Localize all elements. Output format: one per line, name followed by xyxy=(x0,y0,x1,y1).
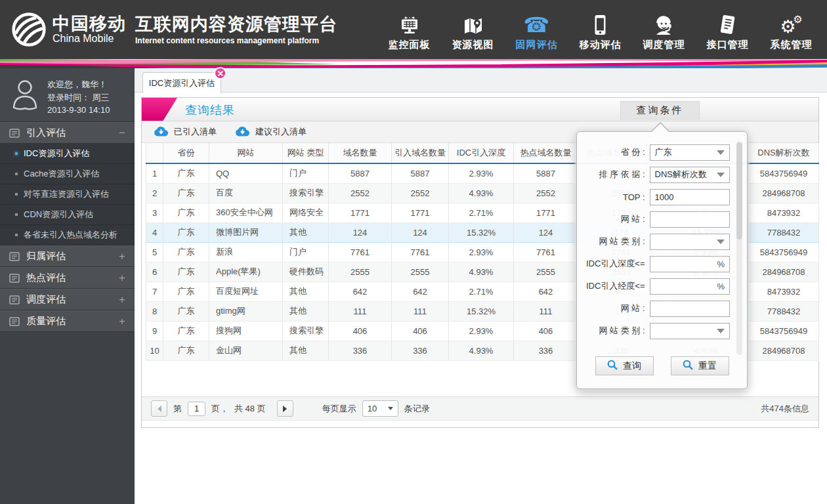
search-button-label: 查询 xyxy=(623,360,641,372)
website-type-select[interactable] xyxy=(650,234,730,250)
tab-idc-import-eval[interactable]: IDC资源引入评估 xyxy=(142,72,221,93)
brand: 中国移动 China Mobile 互联网内容资源管理平台 Internet c… xyxy=(11,11,337,48)
toolbar-button-suggested-list[interactable]: 建议引入清单 xyxy=(235,126,307,138)
table-cell: 7 xyxy=(146,282,163,301)
table-cell: 2555 xyxy=(329,262,392,282)
column-header: 热点域名数量 xyxy=(514,143,578,163)
toggle-collapse-icon[interactable]: − xyxy=(119,127,125,138)
column-header: 引入域名数量 xyxy=(392,143,449,163)
table-cell: 6 xyxy=(146,262,163,282)
table-cell: 336 xyxy=(392,341,449,360)
website-input[interactable] xyxy=(650,211,730,228)
toggle-expand-icon[interactable]: + xyxy=(119,251,125,262)
platform-subtitle: Internet content resources management pl… xyxy=(135,36,337,45)
table-cell: 广东 xyxy=(163,341,209,360)
panel-header: 查询结果 查询条件 xyxy=(142,98,818,121)
chevron-down-icon xyxy=(717,173,725,177)
popup-scrollbar[interactable] xyxy=(736,141,742,355)
nav-item-dispatch-mgmt[interactable]: 调度管理 xyxy=(632,8,696,51)
sidebar-section-quality-eval[interactable]: 质量评估+ xyxy=(0,310,135,332)
column-header: 省份 xyxy=(163,143,209,163)
prev-page-button[interactable] xyxy=(151,400,167,417)
nav-item-fixed-net-eval[interactable]: ☎固网评估 xyxy=(505,8,568,51)
nav-item-interface-mgmt[interactable]: 接口管理 xyxy=(696,8,759,51)
mobile-icon xyxy=(594,8,606,35)
toggle-expand-icon[interactable]: + xyxy=(119,316,125,327)
table-cell: 搜索引擎 xyxy=(283,321,329,341)
table-cell: 搜索引擎 xyxy=(283,183,329,203)
bullet-icon xyxy=(15,193,18,196)
nav-item-resource-view[interactable]: 资源视图 xyxy=(441,8,505,51)
sidebar-item-peering-import-eval[interactable]: 对等直连资源引入评估 xyxy=(0,184,135,205)
chevron-down-icon xyxy=(717,150,725,155)
toolbar-button-imported-list[interactable]: 已引入清单 xyxy=(154,126,217,138)
table-cell: 5887 xyxy=(329,163,392,183)
sidebar-item-label: 对等直连资源引入评估 xyxy=(24,188,109,200)
sidebar-section-dispatch-eval[interactable]: 调度评估+ xyxy=(0,289,135,310)
top-input[interactable]: 1000 xyxy=(650,189,730,205)
sidebar-section-hotspot-eval[interactable]: 热点评估+ xyxy=(0,267,135,289)
table-cell: 15.32% xyxy=(449,222,514,242)
reset-button[interactable]: 重置 xyxy=(671,356,729,375)
reset-button-label: 重置 xyxy=(698,360,717,372)
table-cell: 金山网 xyxy=(209,341,283,360)
popup-field-website: 网 站 : xyxy=(582,208,730,230)
table-cell: 642 xyxy=(392,282,449,301)
search-button[interactable]: 查询 xyxy=(595,356,654,375)
field-label: 省 份 : xyxy=(582,146,650,158)
table-cell: 7761 xyxy=(392,242,449,262)
decorative-ribbon xyxy=(0,59,827,68)
page-prefix: 第 xyxy=(173,403,182,415)
panel-title: 查询结果 xyxy=(185,102,235,118)
sidebar-section-ownership-eval[interactable]: 归属评估+ xyxy=(0,245,135,267)
sidebar-item-hot-domain-analysis[interactable]: 各省未引入热点域名分析 xyxy=(0,225,135,245)
column-header: IDC引入深度 xyxy=(449,143,514,163)
nav-item-label: 移动评估 xyxy=(580,39,622,51)
website-type-2-select[interactable] xyxy=(650,323,730,339)
tab-bar: IDC资源引入评估 xyxy=(135,68,827,93)
nav-item-system-mgmt[interactable]: ⚙⚙系统管理 xyxy=(759,8,823,51)
field-label: 网 站 : xyxy=(582,213,650,225)
query-conditions-button[interactable]: 查询条件 xyxy=(620,101,700,119)
sidebar-item-cdn-import-eval[interactable]: CDN资源引入评估 xyxy=(0,205,135,225)
nav-item-mobile-eval[interactable]: 移动评估 xyxy=(568,8,632,51)
toggle-expand-icon[interactable]: + xyxy=(119,294,125,305)
percent-suffix: % xyxy=(717,282,725,291)
sidebar-section-label: 调度评估 xyxy=(26,293,66,306)
field-label: TOP : xyxy=(582,192,650,202)
table-cell: 5843756949 xyxy=(749,163,819,183)
table-cell: 2555 xyxy=(514,262,578,282)
column-header: 网站 xyxy=(209,143,283,163)
sidebar-menu: 引入评估−IDC资源引入评估Cache资源引入评估对等直连资源引入评估CDN资源… xyxy=(0,122,135,332)
column-header xyxy=(146,143,163,163)
popup-scrollbar-thumb[interactable] xyxy=(736,142,742,240)
idc-precision-input[interactable]: % xyxy=(650,278,730,295)
table-cell: 微博图片网 xyxy=(209,222,283,242)
page-number-input[interactable] xyxy=(188,402,205,416)
sidebar-item-idc-import-eval[interactable]: IDC资源引入评估 xyxy=(0,144,135,164)
per-page-select[interactable]: 10 xyxy=(362,400,398,417)
nav-item-monitor-panel[interactable]: 监控面板 xyxy=(377,8,441,51)
per-page-suffix: 条记录 xyxy=(404,403,430,415)
sidebar-section-import-eval[interactable]: 引入评估− xyxy=(0,122,135,144)
website-2-input[interactable] xyxy=(650,301,730,317)
idc-depth-input[interactable]: % xyxy=(650,256,730,272)
table-cell: 百度短网址 xyxy=(209,282,283,301)
main-nav: 监控面板资源视图☎固网评估移动评估调度管理接口管理⚙⚙系统管理 xyxy=(377,8,823,51)
table-cell: 广东 xyxy=(163,203,209,222)
next-page-button[interactable] xyxy=(277,400,293,417)
table-cell: 4 xyxy=(146,222,163,242)
query-conditions-popup: 省 份 :广东排 序 依 据 :DNS解析次数TOP :1000网 站 :网 站… xyxy=(576,131,748,389)
popup-field-website-type: 网 站 类 别 : xyxy=(582,230,730,253)
sort-basis-select[interactable]: DNS解析次数 xyxy=(650,167,730,183)
app-header: 中国移动 China Mobile 互联网内容资源管理平台 Internet c… xyxy=(0,0,827,59)
toggle-expand-icon[interactable]: + xyxy=(119,272,125,284)
table-cell: 其他 xyxy=(283,222,329,242)
table-cell: 5843756949 xyxy=(749,242,819,262)
province-select[interactable]: 广东 xyxy=(650,144,730,161)
tab-close-icon[interactable] xyxy=(214,67,226,79)
sidebar-item-cache-import-eval[interactable]: Cache资源引入评估 xyxy=(0,164,135,184)
doc-icon xyxy=(9,317,20,326)
table-cell: 搜狗网 xyxy=(209,321,283,341)
table-cell: 2552 xyxy=(514,183,578,203)
